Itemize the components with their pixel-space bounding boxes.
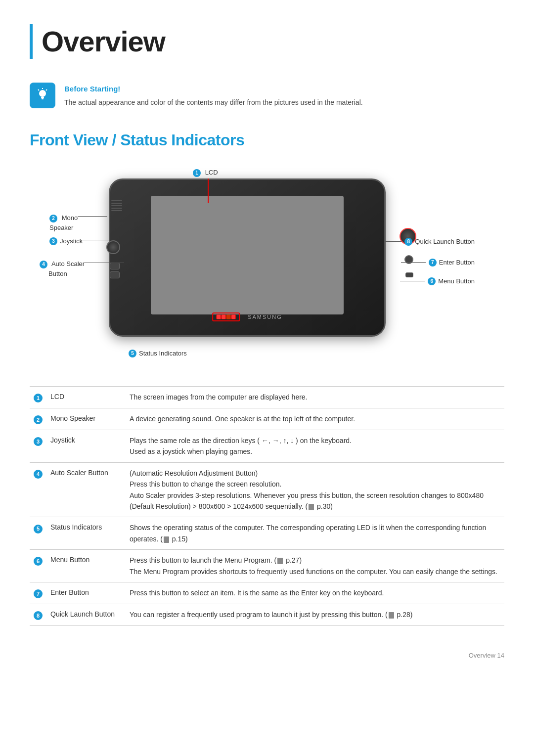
bulb-icon <box>35 88 50 103</box>
auto-scaler-btn-2 <box>110 271 120 278</box>
before-starting-box: Before Starting! The actual appearance a… <box>30 83 504 108</box>
table-cell-desc: Plays the same role as the direction key… <box>126 430 504 463</box>
table-cell-num: 4 <box>30 462 46 517</box>
desc-line: (Automatic Resolution Adjustment Button) <box>130 469 258 477</box>
diagram-area: SAMSUNG 1 LCD 2 MonoSpeaker 3 Joystick <box>30 164 504 371</box>
label-lcd-text: LCD <box>205 169 218 176</box>
table-cell-name: Enter Button <box>46 582 126 604</box>
table-cell-name: Joystick <box>46 430 126 463</box>
table-cell-desc: The screen images from the computer are … <box>126 387 504 408</box>
desc-line: Plays the same role as the direction key… <box>130 437 352 445</box>
table-row: 5Status IndicatorsShows the operating st… <box>30 517 504 550</box>
desc-line: Shows the operating status of the comput… <box>130 524 486 542</box>
table-cell-name: Auto Scaler Button <box>46 462 126 517</box>
table-cell-desc: Shows the operating status of the comput… <box>126 517 504 550</box>
num-badge-4: 4 <box>40 261 47 268</box>
led-2 <box>221 314 226 319</box>
desc-line: You can register a frequently used progr… <box>130 611 412 619</box>
table-row: 7Enter ButtonPress this button to select… <box>30 582 504 604</box>
callout-line-4 <box>85 263 124 263</box>
desc-line: Used as a joystick when playing games. <box>130 447 252 455</box>
num-badge-7: 7 <box>429 259 437 267</box>
doc-icon <box>389 612 394 619</box>
table-cell-desc: Press this button to launch the Menu Pro… <box>126 550 504 582</box>
table-cell-num: 8 <box>30 604 46 625</box>
doc-icon <box>309 504 314 510</box>
table-row: 2Mono SpeakerA device generating sound. … <box>30 408 504 430</box>
label-quick-launch-text: Quick Launch Button <box>415 237 475 247</box>
lcd-callout-line <box>208 178 209 203</box>
table-cell-desc: Press this button to select an item. It … <box>126 582 504 604</box>
device-image: SAMSUNG <box>109 178 386 337</box>
callout-line-3 <box>83 240 110 240</box>
label-status-indicators: 5 Status Indicators <box>129 349 187 358</box>
doc-icon <box>277 558 283 564</box>
table-cell-num: 6 <box>30 550 46 582</box>
svg-rect-1 <box>41 97 44 98</box>
page-title-section: Overview <box>30 20 504 63</box>
table-row: 8Quick Launch ButtonYou can register a f… <box>30 604 504 625</box>
led-1 <box>216 314 221 319</box>
svg-rect-2 <box>42 98 44 99</box>
auto-scaler-btn-1 <box>110 263 120 269</box>
speaker-line-4 <box>111 208 122 209</box>
callout-line-8 <box>384 241 401 242</box>
title-bar-accent <box>30 24 33 59</box>
auto-scaler-buttons <box>110 263 120 278</box>
table-row: 6Menu ButtonPress this button to launch … <box>30 550 504 582</box>
speaker-line-3 <box>111 205 122 206</box>
label-enter-button-text: Enter Button <box>439 258 475 267</box>
speaker-grill-left <box>111 191 122 221</box>
before-starting-text: Before Starting! The actual appearance a… <box>64 83 363 108</box>
svg-point-0 <box>39 90 46 97</box>
table-cell-name: Quick Launch Button <box>46 604 126 625</box>
speaker-line-5 <box>111 210 122 211</box>
row-num-badge: 2 <box>34 415 43 424</box>
row-num-badge: 8 <box>34 611 43 620</box>
speaker-line-1 <box>111 200 122 201</box>
row-num-badge: 5 <box>34 525 43 534</box>
table-cell-desc: (Automatic Resolution Adjustment Button)… <box>126 462 504 517</box>
desc-line: The Menu Program provides shortcuts to f… <box>130 568 497 576</box>
row-num-badge: 6 <box>34 557 43 566</box>
table-row: 1LCDThe screen images from the computer … <box>30 387 504 408</box>
joystick-control <box>106 240 120 254</box>
device-bottom-bar: SAMSUNG <box>212 312 282 321</box>
speaker-line-2 <box>111 203 122 204</box>
footer: Overview 14 <box>30 646 504 661</box>
status-indicators-highlight <box>212 312 240 321</box>
desc-line: Auto Scaler provides 3-step resolutions.… <box>130 491 484 510</box>
desc-line: A device generating sound. One speaker i… <box>130 415 355 423</box>
svg-line-4 <box>46 89 47 90</box>
led-4 <box>231 314 236 319</box>
num-badge-6: 6 <box>428 277 436 285</box>
desc-line: The screen images from the computer are … <box>130 393 308 401</box>
row-num-badge: 7 <box>34 589 43 598</box>
device-screen <box>151 196 344 314</box>
num-badge-5: 5 <box>129 350 136 357</box>
row-num-badge: 1 <box>34 394 43 402</box>
num-badge-8: 8 <box>404 238 412 246</box>
table-cell-desc: You can register a frequently used progr… <box>126 604 504 625</box>
desc-line: Press this button to select an item. It … <box>130 589 384 597</box>
label-joystick-text: Joystick <box>60 236 83 246</box>
table-row: 3JoystickPlays the same role as the dire… <box>30 430 504 463</box>
callout-line-7 <box>401 262 426 263</box>
table-cell-name: Mono Speaker <box>46 408 126 430</box>
svg-line-5 <box>38 89 39 90</box>
label-joystick: 3 Joystick <box>49 236 83 246</box>
bulb-icon-box <box>30 83 55 108</box>
table-cell-name: LCD <box>46 387 126 408</box>
desc-line: Press this button to change the screen r… <box>130 480 281 488</box>
doc-icon <box>164 536 169 543</box>
desc-line: Press this button to launch the Menu Pro… <box>130 556 302 564</box>
label-quick-launch: 8 Quick Launch Button <box>384 237 475 247</box>
before-starting-label: Before Starting! <box>64 84 363 95</box>
table-cell-num: 2 <box>30 408 46 430</box>
callout-line-6 <box>400 281 425 281</box>
callout-line-2 <box>78 216 107 217</box>
table-cell-num: 3 <box>30 430 46 463</box>
samsung-logo-text: SAMSUNG <box>248 313 282 321</box>
table-cell-name: Menu Button <box>46 550 126 582</box>
num-badge-3: 3 <box>49 237 57 245</box>
